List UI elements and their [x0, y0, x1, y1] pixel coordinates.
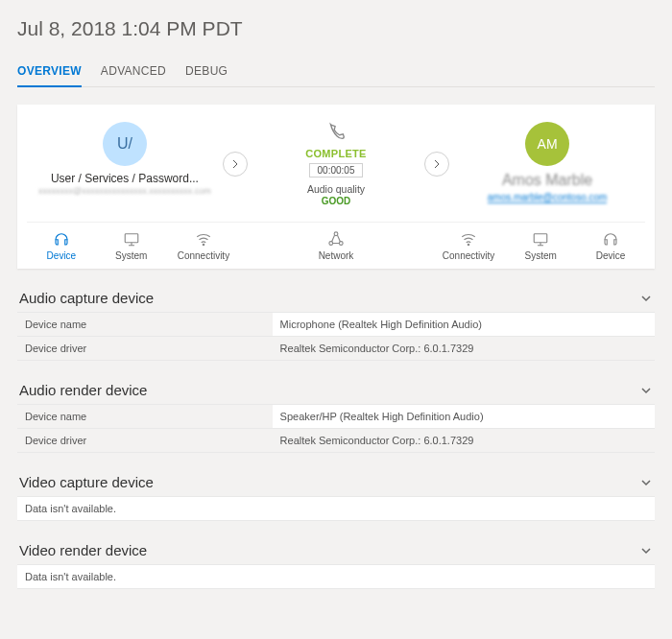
- svg-point-5: [468, 244, 469, 246]
- svg-point-1: [203, 244, 204, 246]
- call-status-panel: COMPLETE 00:00:05 Audio quality GOOD: [248, 122, 424, 206]
- category-device[interactable]: Device: [37, 230, 85, 261]
- section: Video capture deviceData isn't available…: [17, 474, 655, 521]
- category-system[interactable]: System: [108, 230, 156, 261]
- tab-debug[interactable]: DEBUG: [185, 59, 228, 87]
- category-device[interactable]: Device: [587, 230, 635, 261]
- section-title: Video render device: [19, 542, 147, 558]
- chevron-right-button-left[interactable]: [223, 152, 248, 177]
- category-network[interactable]: Network: [312, 230, 360, 261]
- connectivity-icon: [459, 230, 478, 248]
- connectivity-icon: [194, 230, 213, 248]
- chevron-right-button-right[interactable]: [424, 152, 449, 177]
- callee-panel: AM Amos Marble amos.marble@contoso.com: [449, 122, 645, 206]
- kv-row-empty: Data isn't available.: [17, 496, 655, 521]
- section-title: Audio render device: [19, 382, 147, 398]
- kv-row: Device driverRealtek Semiconductor Corp.…: [17, 428, 655, 453]
- category-label: Device: [47, 250, 77, 261]
- device-icon: [601, 230, 620, 248]
- chevron-right-icon: [230, 157, 240, 172]
- category-system[interactable]: System: [516, 230, 564, 261]
- caller-email: xxxxxxxx@xxxxxxxxxxxxxxx.xxxxxxxxxx.com: [31, 186, 219, 196]
- svg-point-2: [334, 232, 338, 236]
- call-summary-card: U/ User / Services / Password... xxxxxxx…: [17, 105, 655, 269]
- section-title: Video capture device: [19, 474, 154, 490]
- empty-message: Data isn't available.: [17, 497, 655, 520]
- callee-name: Amos Marble: [453, 172, 641, 189]
- kv-value: Realtek Semiconductor Corp.: 6.0.1.7329: [273, 337, 655, 360]
- chevron-right-icon: [432, 157, 442, 172]
- svg-rect-6: [534, 234, 547, 243]
- category-connectivity[interactable]: Connectivity: [178, 230, 229, 261]
- chevron-down-icon: [639, 476, 653, 489]
- category-row: DeviceSystemConnectivity Network Connect…: [27, 222, 645, 261]
- svg-point-3: [329, 242, 333, 246]
- caller-avatar: U/: [103, 122, 147, 166]
- callee-avatar: AM: [525, 122, 569, 166]
- system-icon: [122, 230, 141, 248]
- svg-rect-0: [125, 234, 138, 243]
- device-icon: [52, 230, 71, 248]
- section-header[interactable]: Video capture device: [17, 474, 655, 496]
- section: Video render deviceData isn't available.: [17, 542, 655, 589]
- audio-quality-label: Audio quality: [252, 183, 420, 195]
- svg-point-4: [339, 242, 343, 246]
- system-icon: [531, 230, 550, 248]
- audio-quality-value: GOOD: [252, 196, 420, 206]
- section: Audio capture deviceDevice nameMicrophon…: [17, 290, 655, 361]
- chevron-down-icon: [639, 544, 653, 557]
- page-title: Jul 8, 2018 1:04 PM PDT: [17, 17, 655, 40]
- kv-key: Device name: [17, 313, 273, 336]
- category-label: Connectivity: [443, 250, 494, 261]
- category-label: System: [115, 250, 147, 261]
- caller-panel: U/ User / Services / Password... xxxxxxx…: [27, 122, 223, 206]
- caller-name: User / Services / Password...: [31, 172, 219, 185]
- category-label: Network: [319, 250, 354, 261]
- category-label: Connectivity: [178, 250, 229, 261]
- kv-key: Device name: [17, 405, 273, 428]
- kv-row: Device nameSpeaker/HP (Realtek High Defi…: [17, 404, 655, 428]
- category-connectivity[interactable]: Connectivity: [443, 230, 494, 261]
- call-duration: 00:00:05: [309, 163, 364, 178]
- phone-icon: [325, 122, 347, 143]
- category-label: System: [525, 250, 557, 261]
- section-header[interactable]: Audio render device: [17, 382, 655, 404]
- section-title: Audio capture device: [19, 290, 154, 306]
- tabs: OVERVIEW ADVANCED DEBUG: [17, 58, 655, 87]
- section: Audio render deviceDevice nameSpeaker/HP…: [17, 382, 655, 453]
- callee-email[interactable]: amos.marble@contoso.com: [488, 192, 608, 203]
- tab-advanced[interactable]: ADVANCED: [101, 59, 166, 87]
- section-header[interactable]: Audio capture device: [17, 290, 655, 312]
- kv-row: Device driverRealtek Semiconductor Corp.…: [17, 336, 655, 361]
- kv-value: Realtek Semiconductor Corp.: 6.0.1.7329: [273, 429, 655, 452]
- kv-key: Device driver: [17, 337, 273, 360]
- kv-row-empty: Data isn't available.: [17, 564, 655, 589]
- kv-key: Device driver: [17, 429, 273, 452]
- call-status: COMPLETE: [252, 148, 420, 159]
- kv-value: Speaker/HP (Realtek High Definition Audi…: [273, 405, 655, 428]
- chevron-down-icon: [639, 384, 653, 397]
- section-header[interactable]: Video render device: [17, 542, 655, 564]
- tab-overview[interactable]: OVERVIEW: [17, 59, 82, 87]
- category-label: Device: [596, 250, 626, 261]
- kv-value: Microphone (Realtek High Definition Audi…: [273, 313, 655, 336]
- chevron-down-icon: [639, 292, 653, 305]
- empty-message: Data isn't available.: [17, 565, 655, 588]
- network-icon: [326, 230, 346, 248]
- kv-row: Device nameMicrophone (Realtek High Defi…: [17, 312, 655, 336]
